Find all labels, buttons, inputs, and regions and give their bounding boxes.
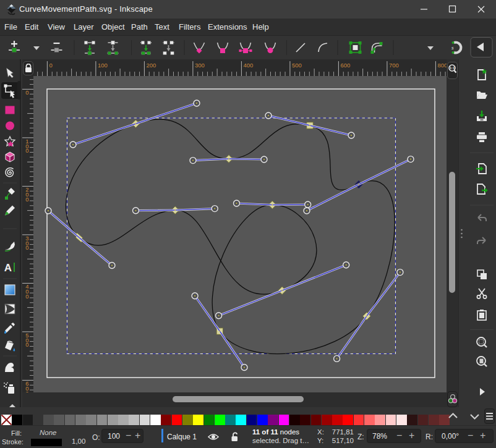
svg-text:500: 500 bbox=[292, 62, 302, 69]
svg-text:0: 0 bbox=[25, 293, 28, 300]
svg-text:700: 700 bbox=[389, 62, 399, 69]
svg-text:0: 0 bbox=[49, 62, 52, 69]
svg-text:0: 0 bbox=[25, 196, 28, 203]
svg-text:200: 200 bbox=[146, 62, 156, 69]
svg-text:100: 100 bbox=[98, 62, 108, 69]
svg-text:s: s bbox=[451, 46, 454, 50]
svg-text:1:1: 1:1 bbox=[450, 66, 455, 70]
svg-text:600: 600 bbox=[340, 62, 350, 69]
svg-text:0: 0 bbox=[25, 244, 28, 251]
svg-text:A: A bbox=[4, 262, 12, 274]
svg-text:0: 0 bbox=[25, 341, 28, 348]
svg-text:300: 300 bbox=[195, 62, 205, 69]
svg-text:0: 0 bbox=[25, 147, 28, 154]
svg-text:0: 0 bbox=[25, 89, 28, 96]
svg-text:800: 800 bbox=[437, 62, 447, 69]
svg-text:400: 400 bbox=[243, 62, 253, 69]
